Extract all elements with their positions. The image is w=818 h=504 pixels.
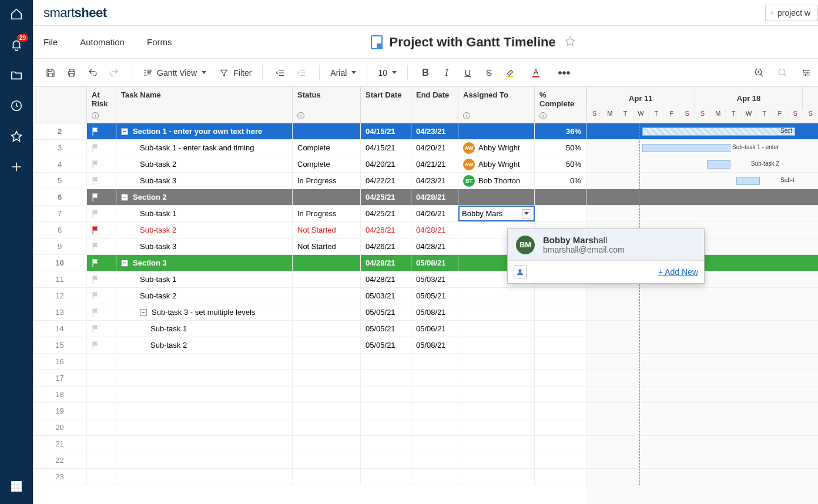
row-number[interactable]: 11 bbox=[33, 271, 87, 287]
settings-icon[interactable] bbox=[797, 63, 816, 82]
collapse-toggle[interactable]: − bbox=[121, 128, 128, 135]
pct-complete-cell[interactable]: 50% bbox=[535, 140, 586, 156]
assigned-to-cell[interactable] bbox=[458, 469, 535, 485]
section-row[interactable]: 6−Section 204/25/2104/28/21 bbox=[33, 189, 586, 206]
end-date-cell[interactable]: 04/28/21 bbox=[411, 222, 458, 238]
task-name-cell[interactable]: Sub-task 1 - enter task and timing bbox=[116, 140, 293, 156]
dropdown-icon[interactable] bbox=[522, 209, 531, 219]
at-risk-cell[interactable] bbox=[87, 370, 116, 386]
section-row[interactable]: 10−Section 304/28/2105/08/21 bbox=[33, 255, 586, 271]
status-cell[interactable] bbox=[293, 321, 361, 337]
gantt-row[interactable]: Sub-t bbox=[586, 173, 818, 189]
row-number[interactable]: 21 bbox=[33, 436, 87, 452]
assigned-to-cell[interactable] bbox=[458, 321, 535, 337]
end-date-cell[interactable]: 04/20/21 bbox=[411, 140, 458, 156]
end-date-cell[interactable]: 04/28/21 bbox=[411, 189, 458, 205]
at-risk-cell[interactable] bbox=[87, 304, 116, 320]
end-date-cell[interactable] bbox=[411, 403, 458, 419]
row-number[interactable]: 5 bbox=[33, 173, 87, 189]
at-risk-cell[interactable] bbox=[87, 419, 116, 435]
end-date-cell[interactable]: 05/03/21 bbox=[411, 271, 458, 287]
status-cell[interactable]: In Progress bbox=[293, 173, 361, 189]
end-date-cell[interactable]: 05/06/21 bbox=[411, 321, 458, 337]
at-risk-cell[interactable] bbox=[87, 288, 116, 304]
task-name-cell[interactable]: Sub-task 2 bbox=[116, 156, 293, 172]
status-cell[interactable] bbox=[293, 354, 361, 369]
end-date-cell[interactable]: 04/21/21 bbox=[411, 156, 458, 172]
pct-complete-cell[interactable] bbox=[535, 206, 586, 221]
pct-complete-cell[interactable] bbox=[535, 337, 586, 353]
redo-icon[interactable] bbox=[105, 63, 123, 82]
status-cell[interactable]: Complete bbox=[293, 156, 361, 172]
search-box[interactable] bbox=[765, 5, 818, 21]
assigned-to-cell[interactable] bbox=[458, 189, 535, 205]
col-assigned-to[interactable]: Assigned Toi bbox=[458, 87, 535, 123]
pct-complete-cell[interactable] bbox=[535, 419, 586, 435]
italic-icon[interactable]: I bbox=[437, 63, 456, 82]
start-date-cell[interactable] bbox=[361, 354, 411, 369]
task-row[interactable]: 9Sub-task 3Not Started04/26/2104/28/21 bbox=[33, 238, 586, 255]
search-input[interactable] bbox=[777, 8, 813, 18]
task-name-cell[interactable]: Sub-task 3 bbox=[116, 238, 293, 254]
apps-icon[interactable] bbox=[9, 479, 24, 493]
pct-complete-cell[interactable] bbox=[535, 189, 586, 205]
assigned-to-cell[interactable] bbox=[458, 123, 535, 139]
at-risk-cell[interactable] bbox=[87, 271, 116, 287]
at-risk-cell[interactable] bbox=[87, 156, 116, 172]
pct-complete-cell[interactable] bbox=[535, 469, 586, 485]
status-cell[interactable] bbox=[293, 469, 361, 485]
status-cell[interactable]: Complete bbox=[293, 140, 361, 156]
assigned-to-cell[interactable]: BTBob Thorton bbox=[458, 173, 535, 189]
task-row[interactable]: 19 bbox=[33, 403, 586, 419]
gantt-row[interactable] bbox=[586, 436, 818, 452]
at-risk-cell[interactable] bbox=[87, 354, 116, 369]
end-date-cell[interactable]: 05/08/21 bbox=[411, 337, 458, 353]
gantt-row[interactable] bbox=[586, 370, 818, 387]
task-name-cell[interactable] bbox=[116, 452, 293, 468]
row-number[interactable]: 18 bbox=[33, 387, 87, 402]
assigned-to-cell[interactable] bbox=[458, 206, 535, 221]
col-status[interactable]: Statusi bbox=[293, 87, 361, 123]
strike-icon[interactable]: S bbox=[480, 63, 498, 82]
collapse-toggle[interactable]: − bbox=[140, 309, 147, 316]
task-row[interactable]: 22 bbox=[33, 452, 586, 469]
task-name-cell[interactable] bbox=[116, 387, 293, 402]
end-date-cell[interactable]: 04/23/21 bbox=[411, 173, 458, 189]
status-cell[interactable] bbox=[293, 189, 361, 205]
plus-icon[interactable] bbox=[9, 160, 24, 174]
start-date-cell[interactable] bbox=[361, 436, 411, 452]
more-icon[interactable] bbox=[555, 63, 574, 82]
task-row[interactable]: 16 bbox=[33, 354, 586, 370]
start-date-cell[interactable]: 04/25/21 bbox=[361, 189, 411, 205]
start-date-cell[interactable]: 04/25/21 bbox=[361, 206, 411, 221]
row-number[interactable]: 22 bbox=[33, 452, 87, 468]
start-date-cell[interactable]: 04/15/21 bbox=[361, 123, 411, 139]
status-cell[interactable] bbox=[293, 337, 361, 353]
assigned-to-cell[interactable] bbox=[458, 354, 535, 369]
task-name-cell[interactable] bbox=[116, 469, 293, 485]
task-row[interactable]: 12Sub-task 205/03/2105/05/21 bbox=[33, 288, 586, 304]
save-icon[interactable] bbox=[41, 63, 60, 82]
assigned-to-cell[interactable] bbox=[458, 387, 535, 402]
pct-complete-cell[interactable] bbox=[535, 436, 586, 452]
task-row[interactable]: 14Sub-task 105/05/2105/06/21 bbox=[33, 321, 586, 337]
col-at-risk[interactable]: At Riski bbox=[87, 87, 116, 123]
task-row[interactable]: 11Sub-task 104/28/2105/03/21 bbox=[33, 271, 586, 288]
end-date-cell[interactable]: 05/08/21 bbox=[411, 304, 458, 320]
start-date-cell[interactable] bbox=[361, 387, 411, 402]
col-pct-complete[interactable]: % Completei bbox=[535, 87, 586, 123]
end-date-cell[interactable] bbox=[411, 452, 458, 468]
status-cell[interactable] bbox=[293, 452, 361, 468]
end-date-cell[interactable]: 05/08/21 bbox=[411, 255, 458, 271]
text-color-icon[interactable] bbox=[527, 63, 545, 82]
folder-icon[interactable] bbox=[9, 68, 24, 82]
zoom-out-icon[interactable] bbox=[773, 63, 792, 82]
assigned-to-cell[interactable] bbox=[458, 452, 535, 468]
task-name-cell[interactable]: Sub-task 1 bbox=[116, 321, 293, 337]
task-name-cell[interactable]: Sub-task 2 bbox=[116, 337, 293, 353]
section-row[interactable]: 2−Section 1 - enter your own text here04… bbox=[33, 123, 586, 140]
status-cell[interactable] bbox=[293, 419, 361, 435]
start-date-cell[interactable]: 04/26/21 bbox=[361, 222, 411, 238]
assigned-to-cell[interactable] bbox=[458, 436, 535, 452]
task-row[interactable]: 4Sub-task 2Complete04/20/2104/21/21AWAbb… bbox=[33, 156, 586, 173]
